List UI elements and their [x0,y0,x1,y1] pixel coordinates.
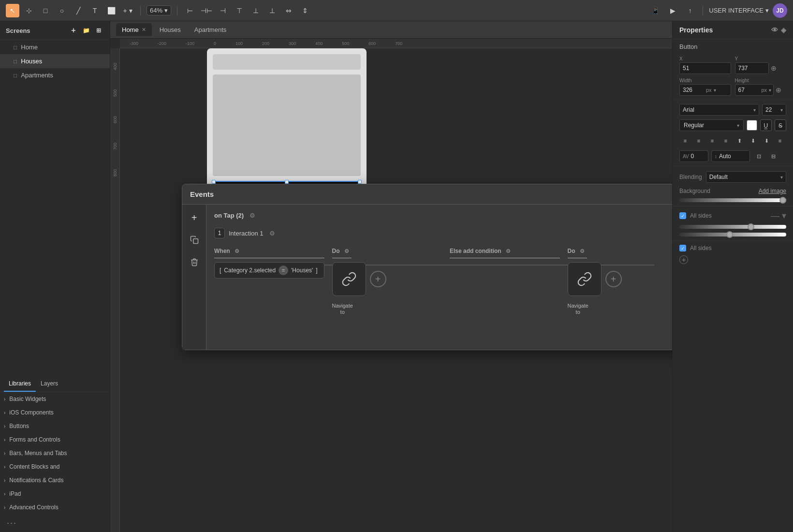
do2-gear[interactable]: ⚙ [577,246,587,256]
screen-item-home[interactable]: □ Home [0,40,110,54]
shape-tool[interactable]: ⊹ [22,4,36,17]
condition-pill[interactable]: [ Category 2.selected = 'Houses' ] [214,262,324,279]
add-action-button-2[interactable]: + [605,271,622,287]
screen-item-houses[interactable]: □ Houses [0,54,110,68]
device-preview[interactable]: 📱 [648,4,662,17]
all-sides-checkbox-2[interactable]: ✓ [679,245,686,251]
font-style-selector[interactable]: Regular ▾ [679,119,744,131]
add-group-button[interactable]: ⊞ [93,25,104,36]
ios-components-item[interactable]: › iOS Components [0,406,110,419]
else-gear[interactable]: ⚙ [503,246,513,256]
rect-tool[interactable]: □ [39,4,52,17]
all-sides-label-2: All sides [690,245,712,251]
home-tab-close[interactable]: ✕ [142,27,146,33]
align-justify-text-btn[interactable]: ≡ [720,135,732,147]
minus-dropdown[interactable]: — ▾ [771,210,786,221]
underline-button[interactable]: U̲ [760,119,772,131]
canvas-tabs-row: Home ✕ Houses Apartments [110,21,672,39]
when-gear[interactable]: ⚙ [232,246,242,256]
trigger-settings-gear[interactable]: ⚙ [248,210,257,220]
buttons-item[interactable]: › Buttons [0,419,110,433]
lock-icon[interactable]: ⊕ [771,64,777,72]
event-copy-icon[interactable] [187,233,202,247]
style-icon[interactable]: ◈ [781,26,786,34]
align-bottom-tool[interactable]: ⊥ [265,4,279,17]
select-tool[interactable]: ↖ [6,4,19,17]
x-input[interactable] [679,62,731,74]
valign-bottom-btn[interactable]: ⬇ [761,135,772,147]
ipad-item[interactable]: › iPad [0,487,110,501]
valign-top-btn[interactable]: ⬆ [734,135,745,147]
add-folder-button[interactable]: 📁 [81,25,91,36]
align-top-tool[interactable]: ⊤ [233,4,246,17]
add-property-button[interactable]: + [679,255,688,264]
ios-chevron: › [4,410,5,415]
add-image-label[interactable]: Add image [759,188,786,194]
image-tool[interactable]: ⬜ [104,4,118,17]
play-button[interactable]: ▶ [666,4,679,17]
strikethrough-button[interactable]: S̶ [775,119,786,131]
align-left-text-btn[interactable]: ≡ [679,135,691,147]
align-right-tool[interactable]: ⊣ [216,4,230,17]
height-input[interactable] [735,85,760,95]
bars-menus-item[interactable]: › Bars, Menus and Tabs [0,446,110,460]
libraries-tab[interactable]: Libraries [4,376,36,392]
canvas-tab-apartments[interactable]: Apartments [189,23,232,36]
canvas-tab-home[interactable]: Home ✕ [116,23,152,36]
line-height-input[interactable]: ↕ Auto [711,150,750,162]
advanced-controls-item[interactable]: › Advanced Controls [0,501,110,514]
more-button[interactable]: ··· [0,514,110,532]
user-avatar[interactable]: JD [773,3,787,18]
forms-controls-item[interactable]: › Forms and Controls [0,433,110,446]
font-selector[interactable]: Arial ▾ [679,104,759,116]
align-center-v-tool[interactable]: ⊥ [249,4,263,17]
add-tool[interactable]: + ▾ [121,4,134,17]
align-center-h-tool[interactable]: ⊣⊢ [200,4,213,17]
notifications-cards-item[interactable]: › Notifications & Cards [0,473,110,487]
content-blocks-item[interactable]: › Content Blocks and [0,460,110,473]
dist-v-tool[interactable]: ⇕ [298,4,312,17]
zoom-control[interactable]: 64% ▾ [147,5,171,15]
list-btn[interactable]: ≡ [774,135,786,147]
text-tool[interactable]: T [88,4,102,17]
add-event-button[interactable]: + [187,210,202,225]
text-color-box[interactable] [747,120,757,131]
align-center-text-btn[interactable]: ≡ [693,135,705,147]
basic-widgets-item[interactable]: › Basic Widgets [0,392,110,406]
line-tool[interactable]: ╱ [72,4,85,17]
event-delete-icon[interactable] [187,255,202,269]
canvas-tab-houses[interactable]: Houses [154,23,187,36]
resize-icon[interactable]: ⊟ [767,150,779,162]
upload-button[interactable]: ↑ [683,4,697,17]
dist-h-tool[interactable]: ⇔ [282,4,295,17]
width-input[interactable] [680,85,704,95]
eye-icon[interactable]: 👁 [771,26,778,34]
bg-opacity-slider[interactable] [679,198,786,202]
do1-gear[interactable]: ⚙ [342,246,352,256]
second-opacity-slider[interactable] [679,225,786,229]
align-right-text-btn[interactable]: ≡ [706,135,718,147]
forms-label: Forms and Controls [9,436,60,443]
screen-item-apartments[interactable]: □ Apartments [0,68,110,82]
add-screen-button[interactable]: + [68,25,79,36]
link-dimensions-icon[interactable]: ⊕ [776,86,781,94]
align-left-tool[interactable]: ⊢ [183,4,197,17]
navigate-to-action-2[interactable] [568,262,602,296]
ui-dropdown[interactable]: USER INTERFACE ▾ [709,7,769,14]
third-opacity-slider[interactable] [679,233,786,236]
interaction-settings-gear[interactable]: ⚙ [267,228,277,238]
expand-icon[interactable]: ⊡ [753,150,764,162]
y-input[interactable] [735,62,769,74]
layers-tab[interactable]: Layers [36,376,63,392]
font-size-input[interactable]: 22 ▾ [762,104,786,116]
add-action-button-1[interactable]: + [370,271,386,287]
third-slider-row [673,231,793,238]
navigate-to-action-1[interactable] [332,262,366,296]
blending-select[interactable]: Default ▾ [706,171,786,183]
width-unit-chevron[interactable]: ▾ [714,88,718,93]
ellipse-tool[interactable]: ○ [55,4,69,17]
all-sides-checkbox-1[interactable]: ✓ [679,212,686,219]
height-unit-chevron[interactable]: ▾ [769,88,773,93]
letter-spacing-input[interactable]: AV 0 [679,150,708,162]
valign-center-btn[interactable]: ⬇ [747,135,759,147]
